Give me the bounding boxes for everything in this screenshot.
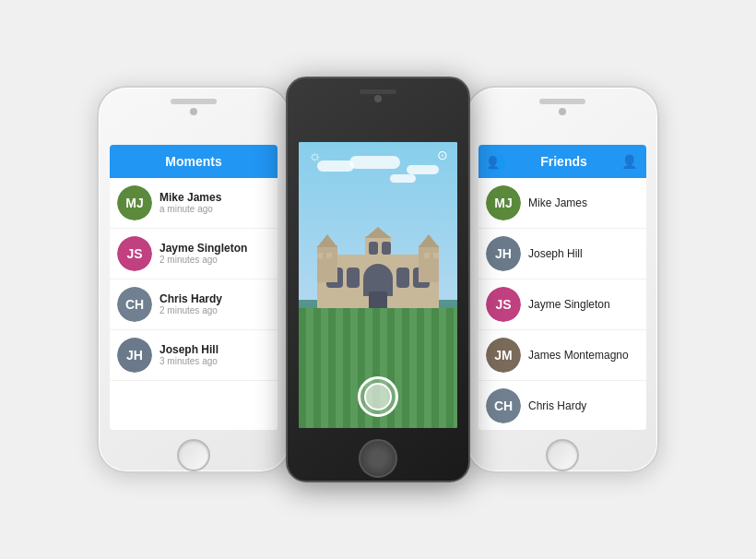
friends-title: Friends <box>540 154 587 169</box>
moment-name-3: Chris Hardy <box>159 292 222 305</box>
svg-rect-13 <box>419 245 439 282</box>
avatar-joseph-left: JH <box>117 338 152 373</box>
avatar-bg: MJ <box>117 185 152 220</box>
friend-item-3[interactable]: JS Jayme Singleton <box>478 280 646 330</box>
moment-name-4: Joseph Hill <box>159 343 219 356</box>
svg-rect-8 <box>369 242 378 255</box>
moment-time-1: a minute ago <box>159 204 221 214</box>
building-svg <box>299 227 457 319</box>
moment-item-1[interactable]: MJ Mike James a minute ago <box>110 178 278 229</box>
left-screen: Moments MJ Mike James a minute ago JS <box>110 145 278 430</box>
avatar-bg: JS <box>117 236 152 271</box>
brightness-icon[interactable]: ☼ <box>308 148 322 164</box>
avatar-joseph-right: JH <box>486 236 521 271</box>
iphone-left-home-btn[interactable] <box>177 439 210 471</box>
friends-add-icon[interactable]: 👤 <box>621 154 637 169</box>
center-android: ☼ ⊙ <box>286 77 470 482</box>
avatar-chris-right: CH <box>486 388 521 423</box>
friend-item-5[interactable]: CH Chris Hardy <box>478 381 646 430</box>
right-screen: 👥 Friends 👤 MJ Mike James JH Joseph Hill <box>478 145 646 430</box>
shutter-button[interactable] <box>358 376 398 417</box>
svg-rect-5 <box>396 268 409 288</box>
svg-rect-11 <box>317 245 337 282</box>
iphone-left-speaker <box>171 99 217 104</box>
cloud-3 <box>407 165 439 174</box>
svg-marker-14 <box>419 234 439 247</box>
avatar-chris-left: CH <box>117 287 152 322</box>
avatar-bg: CH <box>117 287 152 322</box>
friend-item-1[interactable]: MJ Mike James <box>478 178 646 229</box>
android-camera-row <box>374 95 382 102</box>
moment-item-2[interactable]: JS Jayme Singleton 2 minutes ago <box>110 229 278 280</box>
svg-rect-18 <box>424 253 430 258</box>
avatar-mike-james-left: MJ <box>117 185 152 220</box>
friend-name-1: Mike James <box>528 196 587 209</box>
friend-name-2: Joseph Hill <box>528 247 583 260</box>
svg-rect-16 <box>317 253 323 258</box>
friend-name-3: Jayme Singleton <box>528 298 610 311</box>
moments-title: Moments <box>165 154 221 169</box>
moments-app-bar: Moments <box>110 145 278 178</box>
avatar-jayme-right: JS <box>486 287 521 322</box>
svg-rect-17 <box>326 253 332 258</box>
svg-marker-12 <box>317 234 337 247</box>
android-screen: ☼ ⊙ <box>299 142 457 428</box>
cloud-4 <box>390 174 416 183</box>
friend-name-5: Chris Hardy <box>528 399 586 412</box>
right-iphone: 👥 Friends 👤 MJ Mike James JH Joseph Hill <box>466 86 659 473</box>
moment-name-2: Jayme Singleton <box>159 242 247 255</box>
svg-rect-4 <box>347 268 360 288</box>
camera-switch-icon[interactable]: ⊙ <box>437 148 448 164</box>
avatar-jayme-left: JS <box>117 236 152 271</box>
moment-info-4: Joseph Hill 3 minutes ago <box>159 343 219 366</box>
svg-marker-10 <box>365 227 391 238</box>
moments-list: MJ Mike James a minute ago JS Jayme Sing… <box>110 178 278 430</box>
avatar-mike-right: MJ <box>486 185 521 220</box>
moment-time-3: 2 minutes ago <box>159 305 222 315</box>
moment-time-4: 3 minutes ago <box>159 356 219 366</box>
avatar-bg: JH <box>117 338 152 373</box>
android-camera-dot <box>374 95 382 102</box>
moment-info-2: Jayme Singleton 2 minutes ago <box>159 242 247 265</box>
iphone-right-camera <box>559 108 566 115</box>
iphone-right-speaker <box>539 99 585 104</box>
avatar-james-right: JM <box>486 338 521 373</box>
iphone-right-home-btn[interactable] <box>546 439 579 471</box>
moment-name-1: Mike James <box>159 191 221 204</box>
friends-group-icon: 👥 <box>488 152 506 170</box>
iphone-left-camera <box>190 108 197 115</box>
svg-rect-9 <box>382 242 391 255</box>
android-home-btn[interactable] <box>359 439 397 478</box>
moment-item-3[interactable]: CH Chris Hardy 2 minutes ago <box>110 280 278 330</box>
friends-app-bar: 👥 Friends 👤 <box>478 145 646 178</box>
moment-info-1: Mike James a minute ago <box>159 191 221 214</box>
friend-item-2[interactable]: JH Joseph Hill <box>478 229 646 280</box>
scene: Moments MJ Mike James a minute ago JS <box>0 0 756 559</box>
android-speaker <box>360 89 396 94</box>
shutter-inner <box>364 383 392 410</box>
camera-view: ☼ ⊙ <box>299 142 457 428</box>
friend-name-4: James Montemagno <box>528 349 629 362</box>
camera-top-icons: ☼ ⊙ <box>299 148 457 164</box>
left-iphone: Moments MJ Mike James a minute ago JS <box>97 86 290 473</box>
svg-rect-19 <box>433 253 439 258</box>
friend-item-4[interactable]: JM James Montemagno <box>478 330 646 381</box>
moment-time-2: 2 minutes ago <box>159 255 247 265</box>
friends-list: MJ Mike James JH Joseph Hill JS Jayme Si… <box>478 178 646 430</box>
moment-item-4[interactable]: JH Joseph Hill 3 minutes ago <box>110 330 278 381</box>
moment-info-3: Chris Hardy 2 minutes ago <box>159 292 222 315</box>
